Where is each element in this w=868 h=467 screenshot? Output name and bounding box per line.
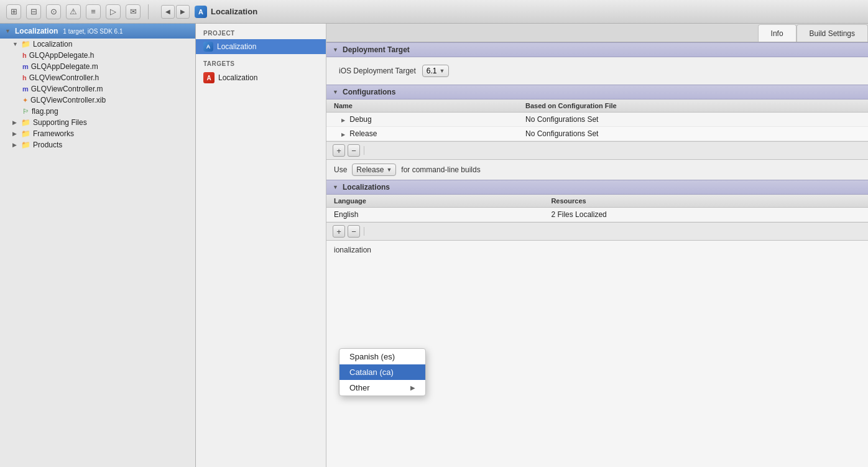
products-folder-icon: 📁 (21, 141, 30, 149)
supporting-files-disclosure (12, 119, 19, 126)
menu-item-other[interactable]: Other ▶ (339, 380, 425, 395)
sidebar-item-supporting-files[interactable]: 📁 Supporting Files (0, 117, 195, 128)
loc-col-language: Language (326, 195, 543, 208)
language-dropdown-menu: Spanish (es) Catalan (ca) Other ▶ (339, 348, 426, 396)
configurations-table: Name Based on Configuration File ▶ Debug… (326, 99, 868, 141)
localization-text: ionalization (334, 246, 371, 254)
target-item-localization[interactable]: A Localization (196, 70, 326, 86)
chat-icon[interactable]: ✉ (126, 4, 141, 19)
sidebar-item-flag-png[interactable]: 🏳 flag.png (0, 106, 195, 117)
supporting-files-folder-icon: 📁 (21, 118, 30, 127)
nav-prev-button[interactable]: ◀ (161, 5, 175, 19)
table-row[interactable]: English 2 Files Localized (326, 208, 868, 222)
glqviewcontroller-h-label: GLQViewController.h (29, 73, 99, 82)
debug-row-disclosure: ▶ (341, 118, 345, 123)
release-row-disclosure: ▶ (341, 132, 345, 137)
localization-app-icon: A (195, 6, 207, 18)
deployment-disclosure (333, 47, 339, 53)
products-disclosure (12, 142, 19, 148)
menu-item-spanish[interactable]: Spanish (es) (339, 349, 425, 364)
toolbar: ⊞ ⊟ ⊙ ⚠ ≡ ▷ ✉ ◀ ▶ A Localization (0, 0, 868, 24)
sidebar-item-glqviewcontroller-xib[interactable]: ✦ GLQViewController.xib (0, 95, 195, 106)
png-file-icon: 🏳 (22, 108, 29, 115)
project-item-localization[interactable]: A Localization (196, 39, 326, 54)
sidebar-item-products[interactable]: 📁 Products (0, 139, 195, 150)
use-dropdown[interactable]: Release ▼ (352, 164, 396, 176)
h-file-icon: h (22, 52, 27, 59)
deployment-target-value: 6.1 (427, 67, 437, 75)
warning-icon[interactable]: ⚠ (66, 4, 81, 19)
deployment-section-title: Deployment Target (343, 45, 410, 54)
toolbar-title: A Localization (195, 6, 257, 18)
loc-english-language: English (326, 208, 543, 222)
folder-icon[interactable]: ⊟ (26, 4, 41, 19)
loc-toolbar-sep (364, 227, 364, 236)
search-icon[interactable]: ⊙ (46, 4, 61, 19)
file-tree-panel: Localization 1 target, iOS SDK 6.1 📁 Loc… (0, 24, 196, 467)
menu-item-catalan[interactable]: Catalan (ca) (339, 364, 425, 380)
frameworks-label: Frameworks (33, 129, 74, 138)
glqappdelegate-h-label: GLQAppDelegate.h (29, 51, 95, 60)
sidebar-item-glqviewcontroller-h[interactable]: h GLQViewController.h (0, 72, 195, 83)
project-panel: PROJECT A Localization TARGETS A Localiz… (196, 24, 326, 467)
toolbar-sep (364, 146, 364, 155)
sidebar-item-glqappdelegate-m[interactable]: m GLQAppDelegate.m (0, 61, 195, 72)
main-layout: Localization 1 target, iOS SDK 6.1 📁 Loc… (0, 24, 868, 467)
dropdown-arrow-icon: ▼ (440, 68, 445, 74)
localization-folder-disclosure (12, 41, 19, 47)
config-release-name: ▶ Release (326, 127, 518, 141)
project-item-label: Localization (217, 42, 256, 51)
use-row: Use Release ▼ for command-line builds (326, 160, 868, 180)
tree-root-item[interactable]: Localization 1 target, iOS SDK 6.1 (0, 24, 195, 39)
localizations-disclosure (333, 184, 339, 190)
supporting-files-label: Supporting Files (33, 118, 87, 127)
loc-col-resources: Resources (543, 195, 868, 208)
m-file-icon-2: m (22, 85, 29, 93)
add-localization-button[interactable]: + (333, 225, 345, 238)
list-icon[interactable]: ≡ (86, 4, 101, 19)
xib-file-icon: ✦ (22, 96, 28, 104)
tree-root-subtitle: 1 target, iOS SDK 6.1 (63, 28, 122, 35)
frameworks-folder-icon: 📁 (21, 129, 30, 138)
h-file-icon-2: h (22, 74, 27, 81)
nav-next-button[interactable]: ▶ (176, 5, 190, 19)
scrollable-content: Deployment Target iOS Deployment Target … (326, 42, 868, 467)
tab-info[interactable]: Info (758, 24, 796, 42)
add-config-button[interactable]: + (333, 144, 345, 157)
remove-config-button[interactable]: − (348, 144, 360, 157)
nav-buttons: ◀ ▶ (161, 5, 190, 19)
tag-icon[interactable]: ▷ (106, 4, 121, 19)
m-file-icon: m (22, 63, 29, 70)
menu-item-spanish-label: Spanish (es) (349, 352, 395, 361)
use-label-suffix: for command-line builds (401, 165, 480, 174)
deployment-target-dropdown[interactable]: 6.1 ▼ (422, 65, 450, 77)
glqviewcontroller-m-label: GLQViewController.m (31, 85, 103, 93)
deployment-label: iOS Deployment Target (339, 67, 416, 75)
sidebar-item-frameworks[interactable]: 📁 Frameworks (0, 128, 195, 139)
table-row[interactable]: ▶ Release No Configurations Set (326, 127, 868, 141)
remove-localization-button[interactable]: − (348, 225, 360, 238)
localization-text-row: ionalization (326, 241, 868, 259)
use-dropdown-value: Release (356, 165, 384, 174)
flag-png-label: flag.png (32, 107, 58, 116)
table-row[interactable]: ▶ Debug No Configurations Set (326, 113, 868, 127)
target-icon: A (203, 72, 215, 83)
localizations-section-title: Localizations (343, 183, 390, 192)
project-section-label: PROJECT (196, 24, 326, 39)
sidebar-item-glqviewcontroller-m[interactable]: m GLQViewController.m (0, 83, 195, 95)
sidebar-item-glqappdelegate-h[interactable]: h GLQAppDelegate.h (0, 50, 195, 61)
configurations-section-title: Configurations (343, 88, 395, 96)
localization-folder-label: Localization (33, 40, 72, 49)
config-col-name: Name (326, 99, 518, 113)
tab-build-settings[interactable]: Build Settings (796, 24, 868, 42)
folder-icon: 📁 (21, 40, 30, 49)
toolbar-title-text: Localization (211, 7, 257, 16)
glqviewcontroller-xib-label: GLQViewController.xib (30, 96, 106, 104)
targets-section-label: TARGETS (196, 54, 326, 70)
grid-icon[interactable]: ⊞ (6, 4, 21, 19)
sidebar-item-localization-folder[interactable]: 📁 Localization (0, 39, 195, 50)
localizations-section-header: Localizations (326, 180, 868, 195)
configurations-toolbar: + − (326, 141, 868, 160)
tree-root-label: Localization (15, 27, 58, 35)
submenu-arrow-icon: ▶ (410, 384, 415, 391)
